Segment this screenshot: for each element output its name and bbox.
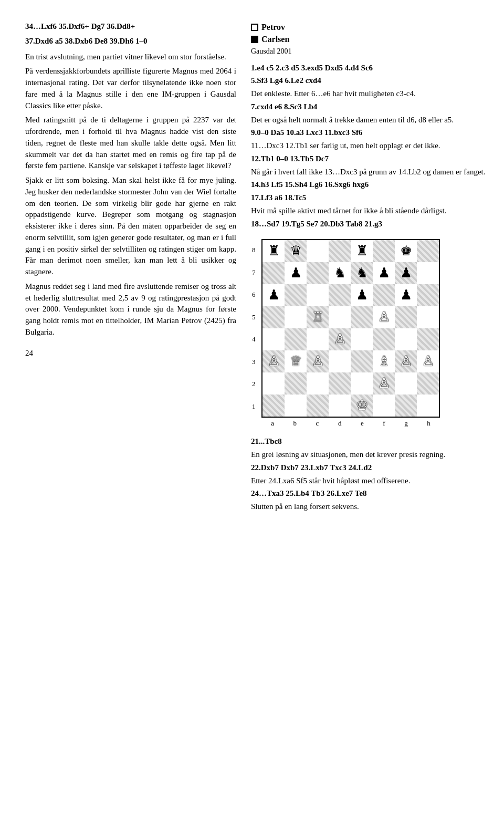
move-comment: Slutten på en lang forsert sekvens. <box>251 502 359 511</box>
board-cell-h6 <box>417 284 439 306</box>
board-cell-b3: ♕ <box>285 350 307 372</box>
move-notation: 1.e4 c5 2.c3 d5 3.exd5 Dxd5 4.d4 Sc6 <box>251 64 373 72</box>
left-column: 34…Lxf6 35.Dxf6+ Dg7 36.Dd8+ 37.Dxd6 a5 … <box>25 21 251 514</box>
move-block: Det er også helt normalt å trekke damen … <box>251 115 487 126</box>
board-cell-c8 <box>307 240 329 262</box>
board-cell-e6: ♟ <box>351 284 373 306</box>
board-cell-e5 <box>351 306 373 328</box>
move-block: Hvit må spille aktivt med tårnet for ikk… <box>251 205 487 217</box>
board-cell-d3 <box>329 350 351 372</box>
move-block: Det enkleste. Etter 6…e6 har hvit muligh… <box>251 88 487 100</box>
board-cell-f6 <box>373 284 395 306</box>
chess-piece: ♞ <box>356 266 368 280</box>
board-cell-b6 <box>285 284 307 306</box>
board-cell-c2 <box>307 372 329 395</box>
heading-line1: 34…Lxf6 35.Dxf6+ Dg7 36.Dd8+ <box>25 21 236 33</box>
board-cell-c5: ♖ <box>307 306 329 328</box>
move-notation: 24…Txa3 25.Lb4 Tb3 26.Lxe7 Te8 <box>251 489 367 497</box>
chess-board: ♜♛♜♚♟♞♞♟♟♟♟♟♖♙♙♙♕♙♗♙♙♙♔ <box>261 239 440 418</box>
board-cell-g6: ♟ <box>395 284 417 306</box>
chess-piece: ♗ <box>378 355 390 368</box>
board-cell-g7: ♟ <box>395 262 417 284</box>
move-block: 11…Dxc3 12.Tb1 ser farlig ut, men helt o… <box>251 140 487 152</box>
file-label: d <box>338 419 342 429</box>
board-cell-e3 <box>351 350 373 372</box>
move-block: 17.Lf3 a6 18.Tc5 <box>251 192 487 204</box>
move-block: 22.Dxb7 Dxb7 23.Lxb7 Txc3 24.Ld2 <box>251 462 487 474</box>
moves-section: 1.e4 c5 2.c3 d5 3.exd5 Dxd5 4.d4 Sc65.Sf… <box>251 63 487 230</box>
board-cell-a1 <box>262 395 285 417</box>
board-cell-a5 <box>262 306 285 328</box>
move-block: 9.0–0 Da5 10.a3 Lxc3 11.bxc3 Sf6 <box>251 127 487 139</box>
chess-piece: ♙ <box>422 355 434 368</box>
board-cell-h8 <box>417 240 439 262</box>
board-cell-g2 <box>395 372 417 395</box>
move-notation: 12.Tb1 0–0 13.Tb5 Dc7 <box>251 154 329 163</box>
chess-piece: ♙ <box>312 355 324 368</box>
move-notation: 21...Tbc8 <box>251 437 282 445</box>
board-cell-g3: ♙ <box>395 350 417 372</box>
rank-label: 7 <box>252 268 256 278</box>
chess-piece: ♙ <box>400 355 412 368</box>
move-block: En grei løsning av situasjonen, men det … <box>251 449 487 461</box>
move-block: Nå går i hvert fall ikke 13…Dxc3 på grun… <box>251 167 487 178</box>
board-cell-g4 <box>395 328 417 350</box>
board-cell-a7 <box>262 262 285 284</box>
board-cell-a4 <box>262 328 285 350</box>
rank-label: 4 <box>252 335 256 345</box>
board-cell-f1 <box>373 395 395 417</box>
white-color-icon <box>251 24 258 31</box>
board-cell-b1 <box>285 395 307 417</box>
board-wrapper: 87654321 ♜♛♜♚♟♞♞♟♟♟♟♟♖♙♙♙♕♙♗♙♙♙♔ abcdefg… <box>261 239 440 430</box>
chess-piece: ♜ <box>268 244 280 258</box>
board-cell-c4 <box>307 328 329 350</box>
rank-coords: 87654321 <box>252 239 256 418</box>
file-label: c <box>316 419 319 429</box>
board-cell-d2 <box>329 372 351 395</box>
chess-board-container: 87654321 ♜♛♜♚♟♞♞♟♟♟♟♟♖♙♙♙♕♙♗♙♙♙♔ abcdefg… <box>251 239 487 430</box>
rank-label: 3 <box>252 357 256 367</box>
move-notation: 22.Dxb7 Dxb7 23.Lxb7 Txc3 24.Ld2 <box>251 463 372 472</box>
chess-piece: ♖ <box>312 310 324 324</box>
para1: En trist avslutning, men partiet vitner … <box>25 51 236 63</box>
chess-piece: ♙ <box>268 355 280 368</box>
move-notation: 14.h3 Lf5 15.Sh4 Lg6 16.Sxg6 hxg6 <box>251 180 369 189</box>
board-cell-g1 <box>395 395 417 417</box>
player-black-line: Carlsen <box>251 33 289 45</box>
board-cell-e7: ♞ <box>351 262 373 284</box>
move-comment: Det er også helt normalt å trekke damen … <box>251 116 454 124</box>
chess-piece: ♙ <box>378 377 390 390</box>
file-label: b <box>293 419 297 429</box>
move-notation: 7.cxd4 e6 8.Sc3 Lb4 <box>251 102 317 111</box>
board-cell-d8 <box>329 240 351 262</box>
board-cell-e1: ♔ <box>351 395 373 417</box>
move-comment: 11…Dxc3 12.Tb1 ser farlig ut, men helt o… <box>251 141 440 150</box>
rank-label: 1 <box>252 402 256 412</box>
game-header: Petrov Carlsen Gausdal 2001 <box>251 21 487 57</box>
chess-piece: ♞ <box>334 266 346 280</box>
chess-piece: ♟ <box>378 266 390 280</box>
file-label: h <box>427 419 430 429</box>
chess-piece: ♙ <box>334 333 346 346</box>
board-cell-f5: ♙ <box>373 306 395 328</box>
move-block: 1.e4 c5 2.c3 d5 3.exd5 Dxd5 4.d4 Sc6 <box>251 63 487 74</box>
para4: Sjakk er litt som boksing. Man skal hels… <box>25 175 236 278</box>
rank-label: 2 <box>252 379 256 389</box>
board-cell-h1 <box>417 395 439 417</box>
move-block: 14.h3 Lf5 15.Sh4 Lg6 16.Sxg6 hxg6 <box>251 179 487 191</box>
board-cell-a3: ♙ <box>262 350 285 372</box>
move-comment: Det enkleste. Etter 6…e6 har hvit muligh… <box>251 89 416 98</box>
player-white-name: Petrov <box>261 21 285 33</box>
chess-piece: ♚ <box>400 244 412 258</box>
board-cell-c7 <box>307 262 329 284</box>
board-cell-f3: ♗ <box>373 350 395 372</box>
rank-label: 8 <box>252 245 256 255</box>
chess-piece: ♟ <box>356 288 368 302</box>
chess-piece: ♟ <box>400 266 412 280</box>
board-cell-h7 <box>417 262 439 284</box>
move-notation: 17.Lf3 a6 18.Tc5 <box>251 193 306 202</box>
move-block: 5.Sf3 Lg4 6.Le2 cxd4 <box>251 75 487 87</box>
board-cell-h3: ♙ <box>417 350 439 372</box>
post-diagram-moves-section: 21...Tbc8En grei løsning av situasjonen,… <box>251 436 487 513</box>
chess-piece: ♟ <box>290 266 302 280</box>
